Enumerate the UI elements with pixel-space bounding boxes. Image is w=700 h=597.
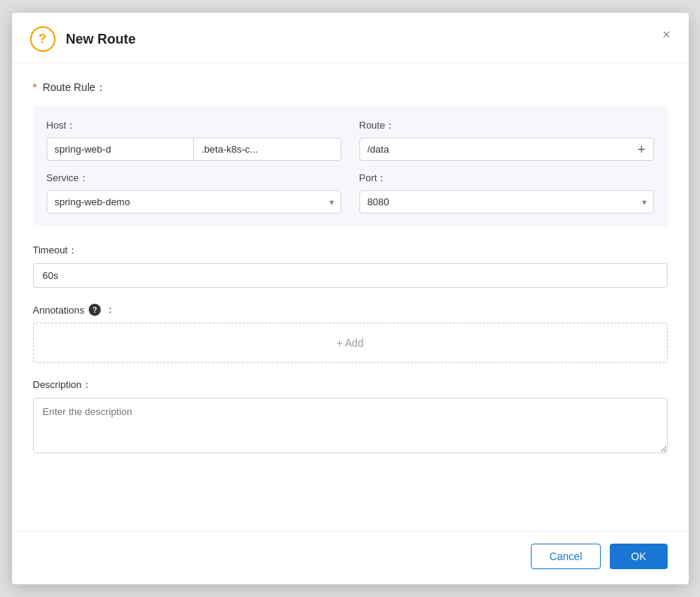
timeout-field: Timeout：: [33, 244, 668, 288]
port-field-group: Port： 8080 ▾: [359, 171, 654, 214]
dialog-footer: Cancel OK: [12, 531, 689, 584]
ok-button[interactable]: OK: [610, 544, 667, 569]
host-input-second[interactable]: [193, 138, 341, 161]
service-select-wrap: spring-web-demo ▾: [47, 190, 341, 214]
route-rule-box: Host： Route： +: [33, 105, 668, 227]
annotations-field: Annotations ? ： + Add: [33, 303, 668, 363]
description-textarea[interactable]: [33, 398, 668, 453]
host-route-row: Host： Route： +: [47, 119, 654, 161]
description-label: Description：: [33, 378, 668, 392]
description-field: Description：: [33, 378, 668, 456]
required-marker: *: [33, 81, 37, 93]
dialog-header: ? New Route ×: [12, 13, 689, 63]
timeout-label: Timeout：: [33, 244, 668, 257]
annotations-label: Annotations ? ：: [33, 303, 668, 317]
add-annotation-button[interactable]: + Add: [336, 337, 363, 349]
route-input-wrap: +: [359, 138, 654, 161]
route-label: Route：: [359, 119, 654, 132]
route-input[interactable]: [368, 138, 633, 160]
cancel-button[interactable]: Cancel: [531, 544, 602, 569]
dialog-help-icon: ?: [30, 26, 56, 52]
port-label: Port：: [359, 171, 654, 185]
timeout-input[interactable]: [33, 263, 668, 288]
route-field-group: Route： +: [359, 119, 654, 161]
host-label: Host：: [47, 119, 341, 132]
port-select[interactable]: 8080: [359, 190, 654, 214]
route-rule-label: * Route Rule：: [33, 81, 668, 95]
service-field-group: Service： spring-web-demo ▾: [47, 171, 341, 214]
annotations-help-icon: ?: [89, 304, 101, 316]
host-inputs: [47, 138, 341, 161]
dialog-title: New Route: [66, 32, 136, 47]
close-button[interactable]: ×: [659, 25, 674, 44]
host-field-group: Host：: [47, 119, 341, 161]
host-input-first[interactable]: [47, 138, 194, 161]
new-route-dialog: ? New Route × * Route Rule： Host： Rou: [12, 13, 689, 584]
service-select[interactable]: spring-web-demo: [47, 190, 341, 214]
dialog-body: * Route Rule： Host： Route： +: [12, 63, 689, 531]
port-select-wrap: 8080 ▾: [359, 190, 654, 214]
add-route-button[interactable]: +: [633, 143, 646, 156]
annotations-add-box[interactable]: + Add: [33, 323, 668, 363]
service-label: Service：: [47, 171, 341, 185]
service-port-row: Service： spring-web-demo ▾ Port： 8080 ▾: [47, 171, 654, 214]
